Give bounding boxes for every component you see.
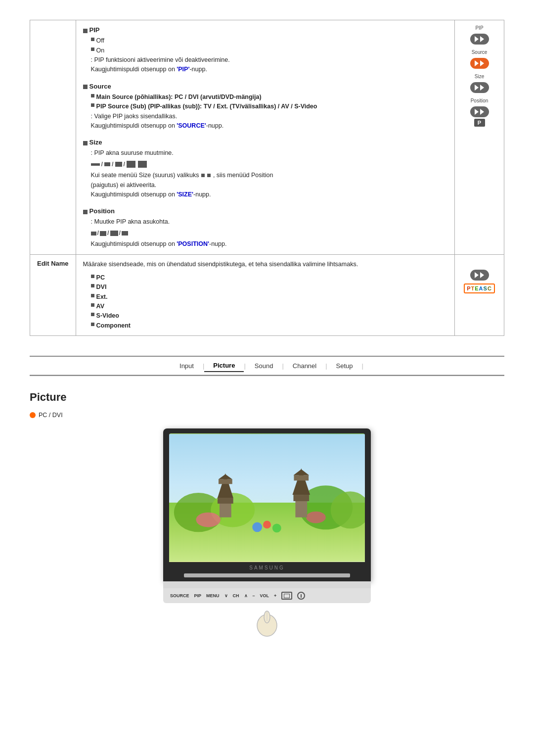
tv-buttons-row: SOURCE PIP MENU ∨ CH ∧ – VOL + — [163, 588, 371, 603]
edit-name-right-icons: PTEASC — [455, 254, 504, 336]
pagoda-left — [218, 473, 233, 518]
on-sq — [91, 47, 94, 51]
nav-bottom-line — [30, 375, 504, 376]
btn-aspect[interactable] — [281, 592, 292, 600]
tab-setup[interactable]: Setup — [327, 360, 362, 372]
dvi-sq — [91, 284, 94, 287]
main-source-sq — [91, 94, 94, 97]
edit-name-content: Määrake sisendseade, mis on ühendatud si… — [76, 254, 454, 336]
bar-large2 — [138, 161, 147, 168]
size-inline-sq2 — [207, 174, 211, 177]
pc-sq — [91, 275, 94, 278]
size-play-icon — [462, 82, 497, 93]
pc-dvi-label: PC / DVI — [30, 412, 504, 419]
pip-title: PIP — [83, 25, 447, 35]
position-sq-icon — [83, 210, 88, 214]
source-play-icon — [462, 58, 497, 69]
bar-thin — [91, 163, 100, 166]
size-inline-sq1 — [201, 174, 205, 177]
svg-point-6 — [196, 513, 221, 527]
pos-box2 — [100, 231, 106, 236]
source-title: Source — [83, 82, 447, 92]
off-sq — [91, 38, 94, 41]
pip-icon-group: PIP — [462, 25, 497, 45]
component-sq — [91, 323, 94, 326]
edit-av: AV — [91, 302, 447, 311]
right-pip-icons: PIP Source — [455, 20, 504, 255]
tab-sound[interactable]: Sound — [246, 360, 282, 372]
btn-vol-minus[interactable]: – — [253, 593, 255, 598]
size-icon-group: Size — [462, 74, 497, 93]
main-content-table: PIP Off On : PIP funktsiooni aktiveerimi… — [30, 20, 504, 336]
pip-on-item: On — [91, 46, 447, 55]
edit-pc: PC — [91, 273, 447, 283]
source-desc: : Valige PIP jaoks sisendallikas. — [91, 112, 447, 121]
svg-rect-16 — [294, 475, 309, 481]
pos-box4 — [122, 231, 128, 236]
bar-large — [127, 161, 135, 168]
tv-stand-bar — [163, 581, 371, 588]
tv-monitor: SAMSUNG SOURCE PIP MENU ∨ CH ∧ – VOL + — [163, 428, 371, 638]
edit-ext: Ext. — [91, 292, 447, 302]
orange-circle-icon — [30, 412, 36, 418]
svg-point-18 — [252, 522, 262, 532]
av-sq — [91, 303, 94, 307]
edit-play-icon — [470, 270, 489, 281]
pip-source-sq — [91, 103, 94, 107]
source-section: Source Main Source (põhiallikas): PC / D… — [83, 82, 447, 131]
edit-name-desc: Määrake sisendseade, mis on ühendatud si… — [83, 260, 447, 269]
size-note3: (paigutus) ei aktiveerita. — [91, 181, 447, 190]
tab-channel[interactable]: Channel — [284, 360, 325, 372]
size-note: Kui seate menüü Size (suurus) valikuks ,… — [91, 171, 447, 180]
btn-ch-down[interactable]: ∨ — [224, 593, 228, 598]
remote-hint-area — [163, 608, 371, 638]
btn-source[interactable]: SOURCE — [170, 593, 189, 598]
size-sq-icon — [83, 141, 88, 145]
edit-component: Component — [91, 321, 447, 331]
pip-content-cell: PIP Off On : PIP funktsiooni aktiveerimi… — [76, 20, 454, 255]
btn-vol-plus[interactable]: + — [274, 593, 276, 598]
btn-ch-up[interactable]: ∧ — [244, 593, 248, 598]
svg-rect-14 — [293, 495, 309, 501]
position-section: Position : Muutke PIP akna asukohta. / /… — [83, 206, 447, 249]
svg-point-19 — [263, 521, 271, 529]
tv-speaker-bar — [184, 573, 350, 577]
tab-input[interactable]: Input — [171, 360, 203, 372]
size-desc: : PIP akna suuruse muutmine. — [91, 148, 447, 158]
ext-sq — [91, 294, 94, 297]
svg-rect-13 — [295, 500, 307, 518]
bar-small — [104, 162, 110, 166]
btn-power[interactable] — [297, 592, 305, 600]
size-section: Size : PIP akna suuruse muutmine. / / / — [83, 138, 447, 199]
position-remote: Kaugjuhtimispuldi otsenupp on 'POSITION'… — [91, 239, 447, 249]
edit-name-label: Edit Name — [30, 254, 76, 336]
picture-title: Picture — [30, 391, 504, 404]
pip-label-cell — [30, 20, 76, 255]
position-title: Position — [83, 206, 447, 216]
power-line-icon — [301, 594, 302, 598]
btn-vol-label: VOL — [260, 593, 269, 598]
btn-menu[interactable]: MENU — [206, 593, 220, 598]
position-bars-row: / / / — [91, 227, 447, 239]
svideo-sq — [91, 313, 94, 316]
tv-screen — [169, 433, 365, 562]
samsung-logo: SAMSUNG — [174, 565, 360, 570]
position-icon-group: Position P — [462, 98, 497, 127]
nav-bar-section: Input | Picture | Sound | Channel | Setu… — [0, 351, 534, 381]
tv-screen-inner — [169, 433, 365, 562]
picture-section: Picture PC / DVI — [0, 381, 534, 658]
bar-medium — [115, 162, 122, 167]
edit-svideo: S-Video — [91, 311, 447, 321]
size-title: Size — [83, 138, 447, 147]
pip-off-item: Off — [91, 36, 447, 46]
pip-sq-icon — [83, 29, 88, 33]
tab-picture[interactable]: Picture — [204, 360, 244, 372]
pip-source-item: PIP Source (Sub) (PIP-allikas (sub)): TV… — [91, 102, 447, 111]
size-bars-row: / / / — [91, 158, 447, 171]
size-remote: Kaugjuhtimispuldi otsenupp on 'SIZE'-nup… — [91, 190, 447, 199]
remote-hand-icon — [252, 608, 282, 638]
pos-box1 — [91, 232, 96, 236]
pip-section: PIP Off On : PIP funktsiooni aktiveerimi… — [83, 25, 447, 75]
btn-pip[interactable]: PIP — [194, 593, 202, 598]
btn-ch-label: CH — [233, 593, 239, 598]
